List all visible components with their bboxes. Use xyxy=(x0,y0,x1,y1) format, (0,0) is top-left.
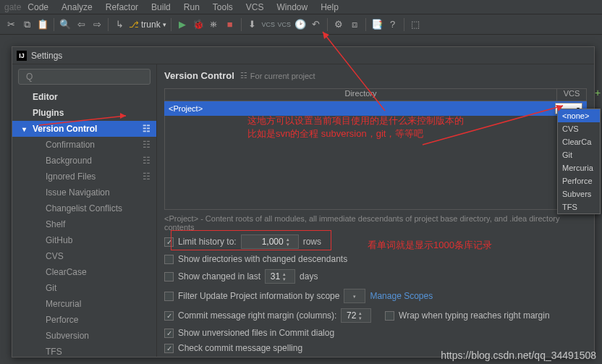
spinner-icon[interactable]: ▴▾ xyxy=(359,310,368,321)
tree-vc-shelf[interactable]: Shelf xyxy=(12,216,156,232)
vcs-table-row[interactable]: <Project> S...▾ xyxy=(164,101,587,116)
chk-show-changed[interactable] xyxy=(164,272,174,282)
project-badge-icon: ☷ xyxy=(143,124,150,134)
cut-icon[interactable]: ✂ xyxy=(4,18,17,31)
chevron-down-icon[interactable]: ▾ xyxy=(353,294,362,299)
label-spelling: Check commit message spelling xyxy=(178,343,302,353)
history-icon[interactable]: 🕑 xyxy=(294,18,307,31)
menu-refactor[interactable]: Refactor xyxy=(106,2,145,12)
chk-spelling[interactable] xyxy=(164,344,174,353)
tree-vc-clearcase[interactable]: ClearCase xyxy=(12,264,156,280)
chk-limit-history[interactable] xyxy=(164,237,174,247)
add-vcs-button[interactable]: + xyxy=(593,87,602,98)
label-rows: rows xyxy=(303,237,321,247)
copy-icon[interactable]: ⧉ xyxy=(20,18,33,31)
spinner-icon[interactable]: ▴▾ xyxy=(283,271,292,282)
tree-vc-subversion[interactable]: Subversion xyxy=(12,328,156,344)
menu-tools[interactable]: Tools xyxy=(213,2,239,12)
settings-search[interactable]: Q xyxy=(18,69,150,85)
tree-vc-git[interactable]: Git xyxy=(12,280,156,296)
tree-version-control[interactable]: ▾Version Control☷ xyxy=(12,121,156,137)
project-structure-icon[interactable]: ⧈ xyxy=(348,18,361,31)
chk-right-margin[interactable] xyxy=(164,311,174,321)
chevron-down-icon: ▾ xyxy=(163,21,166,28)
tree-vc-ignored-files[interactable]: Ignored Files☷ xyxy=(12,169,156,185)
project-scope-icon: ☷ xyxy=(240,71,247,80)
link-manage-scopes[interactable]: Manage Scopes xyxy=(370,291,433,301)
chk-filter-update[interactable] xyxy=(164,292,174,301)
col-directory: Directory xyxy=(165,89,557,101)
tree-vc-background[interactable]: Background☷ xyxy=(12,153,156,169)
main-menubar: gate Code Analyze Refactor Build Run Too… xyxy=(0,0,602,14)
menu-vcs[interactable]: VCS xyxy=(246,2,271,12)
menu-build[interactable]: Build xyxy=(151,2,177,12)
vcs-option[interactable]: TFS xyxy=(558,200,600,213)
input-days[interactable]: 31▴▾ xyxy=(265,269,295,284)
row-directory: <Project> xyxy=(169,104,203,113)
tree-editor[interactable]: Editor xyxy=(12,89,156,105)
menu-help[interactable]: Help xyxy=(321,2,345,12)
vcs-dropdown[interactable]: <none>CVSClearCaGitMercuriaPerforceSubve… xyxy=(557,109,601,214)
help-icon[interactable]: ? xyxy=(386,18,399,31)
menu-analyze[interactable]: Analyze xyxy=(62,2,99,12)
opt-show-changed: Show changed in last 31▴▾ days xyxy=(164,269,587,284)
sdk-icon[interactable]: 📑 xyxy=(370,18,383,31)
find-icon[interactable]: 🔍 xyxy=(59,18,72,31)
settings-sidebar: Q Editor Plugins ▾Version Control☷ Confi… xyxy=(12,64,157,357)
input-limit-history[interactable]: 1,000▴▾ xyxy=(241,234,299,249)
settings-content: Version Control ☷For current project Dir… xyxy=(157,64,594,357)
content-title: Version Control xyxy=(164,70,234,81)
settings-icon[interactable]: ⚙ xyxy=(332,18,345,31)
opt-show-dirs: Show directories with changed descendant… xyxy=(164,254,587,264)
label-limit-history: Limit history to: xyxy=(178,237,237,247)
menu-code[interactable]: Code xyxy=(27,2,55,12)
main-toolbar: ✂ ⧉ 📋 🔍 ⇦ ⇨ ↳ ⎇ trunk ▾ ▶ 🐞 ⛯ ■ ⬇ VCS VC… xyxy=(0,14,602,35)
branch-tool-icon[interactable]: ↳ xyxy=(113,18,126,31)
chk-wrap[interactable] xyxy=(385,311,394,321)
vcs-option[interactable]: Mercuria xyxy=(558,161,600,174)
chk-show-dirs[interactable] xyxy=(164,255,174,264)
revert-icon[interactable]: ↶ xyxy=(310,18,323,31)
vcs-option[interactable]: Perforce xyxy=(558,174,600,187)
paste-icon[interactable]: 📋 xyxy=(36,18,49,31)
run-icon[interactable]: ▶ xyxy=(176,18,189,31)
tool-icon[interactable]: ⬚ xyxy=(409,18,422,31)
project-badge-icon: ☷ xyxy=(143,172,150,182)
forward-icon[interactable]: ⇨ xyxy=(90,18,103,31)
vcs-option[interactable]: CVS xyxy=(558,122,600,135)
menu-window[interactable]: Window xyxy=(277,2,315,12)
opt-limit-history: Limit history to: 1,000▴▾ rows xyxy=(164,234,587,249)
back-icon[interactable]: ⇦ xyxy=(75,18,88,31)
spinner-icon[interactable]: ▴▾ xyxy=(287,237,295,247)
debug-icon[interactable]: 🐞 xyxy=(192,18,205,31)
stop-icon[interactable]: ■ xyxy=(224,18,237,31)
content-header: Version Control ☷For current project xyxy=(157,64,594,84)
tree-vc-mercurial[interactable]: Mercurial xyxy=(12,296,156,312)
tree-vc-perforce[interactable]: Perforce xyxy=(12,312,156,328)
vcs-option[interactable]: ClearCa xyxy=(558,135,600,148)
tree-vc-confirmation[interactable]: Confirmation☷ xyxy=(12,137,156,153)
menu-item[interactable]: gate xyxy=(4,2,21,12)
chk-unversioned[interactable] xyxy=(164,329,174,338)
tree-vc-tfs[interactable]: TFS xyxy=(12,344,156,357)
vcs-tool-icon[interactable]: ⬇ xyxy=(246,18,259,31)
vcs-update-icon[interactable]: VCS xyxy=(278,18,291,31)
label-right-margin: Commit message right margin (columns): xyxy=(178,310,336,321)
coverage-icon[interactable]: ⛯ xyxy=(208,18,221,31)
branch-selector[interactable]: ⎇ trunk ▾ xyxy=(129,20,166,30)
vcs-option[interactable]: <none> xyxy=(558,109,600,122)
vcs-option[interactable]: Git xyxy=(558,148,600,161)
branch-icon: ⎇ xyxy=(129,20,139,30)
menu-run[interactable]: Run xyxy=(184,2,206,12)
tree-vc-changelist-conflicts[interactable]: Changelist Conflicts xyxy=(12,200,156,216)
tree-vc-github[interactable]: GitHub xyxy=(12,232,156,248)
tree-vc-issue-navigation[interactable]: Issue Navigation xyxy=(12,185,156,200)
label-unversioned: Show unversioned files in Commit dialog xyxy=(178,328,334,338)
settings-tree: Editor Plugins ▾Version Control☷ Confirm… xyxy=(12,89,156,357)
input-right-margin[interactable]: 72▴▾ xyxy=(341,308,371,323)
vcs-option[interactable]: Subvers xyxy=(558,187,600,200)
vcs-checkin-icon[interactable]: VCS xyxy=(262,18,275,31)
tree-plugins[interactable]: Plugins xyxy=(12,105,156,121)
input-scope[interactable]: ▾ xyxy=(344,289,365,303)
tree-vc-cvs[interactable]: CVS xyxy=(12,248,156,264)
